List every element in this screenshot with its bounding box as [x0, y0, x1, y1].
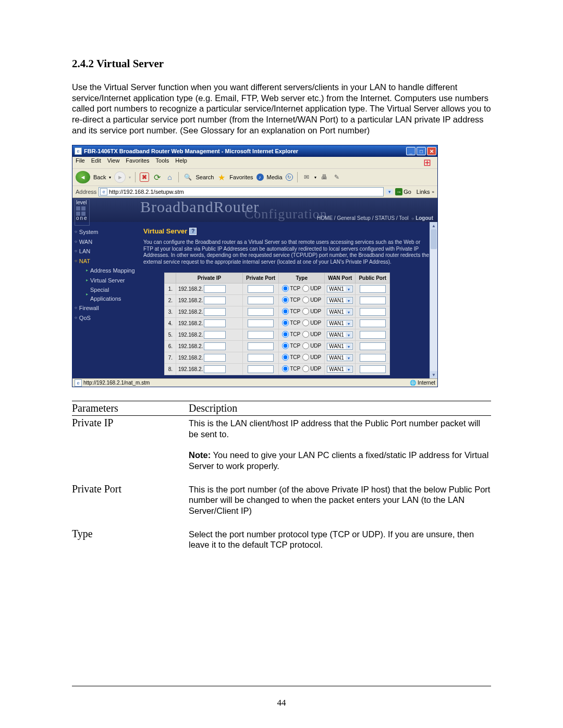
ip-prefix: 192.168.2. — [178, 298, 203, 303]
crumb-logout[interactable]: Logout — [415, 215, 433, 221]
type-tcp-radio[interactable]: TCP — [282, 319, 300, 326]
type-udp-radio[interactable]: UDP — [302, 297, 321, 303]
favorites-label[interactable]: Favorites — [229, 174, 253, 180]
print-icon[interactable]: 🖶 — [320, 172, 329, 182]
type-tcp-radio[interactable]: TCP — [282, 342, 300, 349]
menu-help[interactable]: Help — [175, 157, 187, 168]
public-port-input[interactable] — [360, 308, 386, 316]
minimize-button[interactable]: _ — [406, 147, 415, 155]
menu-favorites[interactable]: Favorites — [126, 157, 149, 168]
type-udp-radio[interactable]: UDP — [302, 354, 321, 361]
forward-button[interactable]: ► — [114, 171, 126, 183]
content-scrollbar[interactable]: ▲ ▼ — [430, 222, 437, 378]
type-udp-radio[interactable]: UDP — [302, 342, 321, 349]
media-icon[interactable]: ♪ — [256, 174, 264, 181]
private-ip-input[interactable] — [204, 354, 226, 362]
go-button[interactable]: → Go — [395, 188, 411, 195]
maximize-button[interactable]: □ — [417, 147, 426, 155]
scroll-thumb[interactable] — [431, 229, 437, 249]
public-port-input[interactable] — [360, 365, 386, 373]
private-port-input[interactable] — [248, 354, 274, 362]
public-port-input[interactable] — [360, 297, 386, 304]
search-icon[interactable]: 🔍 — [183, 172, 192, 182]
wan-port-select[interactable]: WAN1 — [327, 286, 353, 292]
private-port-input[interactable] — [248, 319, 274, 327]
help-icon[interactable]: ? — [189, 228, 197, 235]
wan-port-select[interactable]: WAN1 — [327, 320, 353, 327]
back-button[interactable]: ◄ — [76, 171, 90, 183]
private-ip-input[interactable] — [204, 365, 226, 373]
private-port-input[interactable] — [248, 331, 274, 339]
refresh-button[interactable]: ⟳ — [152, 172, 162, 182]
wan-port-select[interactable]: WAN1 — [327, 309, 353, 315]
wan-port-select[interactable]: WAN1 — [327, 343, 353, 350]
public-port-input[interactable] — [360, 354, 386, 362]
type-udp-radio[interactable]: UDP — [302, 308, 321, 315]
search-label[interactable]: Search — [195, 174, 214, 180]
public-port-input[interactable] — [360, 331, 386, 339]
crumb-home[interactable]: HOME — [317, 215, 333, 221]
type-udp-radio[interactable]: UDP — [302, 285, 321, 292]
sidebar-item-virtual-server[interactable]: ▸Virtual Server — [81, 276, 138, 286]
media-label[interactable]: Media — [267, 174, 283, 180]
type-tcp-radio[interactable]: TCP — [282, 331, 300, 338]
wan-port-select[interactable]: WAN1 — [327, 354, 353, 361]
wan-port-select[interactable]: WAN1 — [327, 331, 353, 338]
back-label[interactable]: Back — [93, 174, 106, 180]
address-input[interactable] — [109, 189, 382, 195]
private-ip-input[interactable] — [204, 308, 226, 316]
type-udp-radio[interactable]: UDP — [302, 319, 321, 326]
wan-port-select[interactable]: WAN1 — [327, 297, 353, 304]
type-tcp-radio[interactable]: TCP — [282, 365, 300, 372]
favorites-icon[interactable]: ★ — [217, 172, 226, 182]
close-button[interactable]: ✕ — [427, 147, 436, 155]
public-port-input[interactable] — [360, 285, 386, 293]
type-tcp-radio[interactable]: TCP — [282, 354, 300, 361]
menu-edit[interactable]: Edit — [91, 157, 101, 168]
type-udp-radio[interactable]: UDP — [302, 331, 321, 338]
private-ip-input[interactable] — [204, 331, 226, 339]
scroll-down-icon[interactable]: ▼ — [430, 371, 437, 378]
scroll-up-icon[interactable]: ▲ — [430, 222, 437, 229]
private-port-input[interactable] — [248, 342, 274, 350]
private-port-input[interactable] — [248, 365, 274, 373]
type-tcp-radio[interactable]: TCP — [282, 308, 300, 315]
private-port-input[interactable] — [248, 285, 274, 293]
crumb-tool[interactable]: Tool — [399, 215, 408, 221]
private-ip-input[interactable] — [204, 297, 226, 304]
private-port-input[interactable] — [248, 297, 274, 304]
private-ip-input[interactable] — [204, 319, 226, 327]
public-port-input[interactable] — [360, 319, 386, 327]
sidebar-item-lan[interactable]: ○LAN — [75, 246, 138, 256]
private-ip-input[interactable] — [204, 285, 226, 293]
type-udp-radio[interactable]: UDP — [302, 365, 321, 372]
sidebar-item-firewall[interactable]: ○Firewall — [75, 303, 138, 313]
type-tcp-radio[interactable]: TCP — [282, 285, 300, 292]
back-dropdown-icon[interactable]: ▾ — [109, 175, 111, 180]
public-port-input[interactable] — [360, 342, 386, 350]
address-dropdown-icon[interactable]: ▾ — [386, 189, 393, 194]
crumb-status[interactable]: STATUS — [375, 215, 395, 221]
sidebar-item-nat[interactable]: ○NAT — [75, 256, 138, 266]
type-tcp-radio[interactable]: TCP — [282, 297, 300, 303]
sidebar-item-address-mapping[interactable]: ▸Address Mapping — [81, 266, 138, 276]
sidebar-item-qos[interactable]: ○QoS — [75, 313, 138, 323]
links-chevron-icon[interactable]: » — [432, 190, 434, 194]
private-ip-input[interactable] — [204, 342, 226, 350]
sidebar-item-special-apps[interactable]: ▸Special Applications — [81, 285, 138, 303]
menu-file[interactable]: File — [76, 157, 85, 168]
private-port-input[interactable] — [248, 308, 274, 316]
stop-button[interactable]: ✖ — [140, 172, 149, 182]
menu-tools[interactable]: Tools — [156, 157, 169, 168]
crumb-general[interactable]: General Setup — [337, 215, 371, 221]
mail-dropdown-icon[interactable]: ▾ — [314, 175, 316, 180]
links-label[interactable]: Links — [417, 189, 430, 195]
edit-icon[interactable]: ✎ — [332, 172, 341, 182]
sidebar-item-system[interactable]: ○System — [75, 227, 138, 237]
home-button[interactable]: ⌂ — [165, 172, 174, 182]
wan-port-select[interactable]: WAN1 — [327, 366, 353, 373]
mail-icon[interactable]: ✉ — [302, 172, 311, 182]
sidebar-item-wan[interactable]: ○WAN — [75, 237, 138, 247]
history-icon[interactable]: ↻ — [286, 174, 293, 181]
menu-view[interactable]: View — [107, 157, 120, 168]
